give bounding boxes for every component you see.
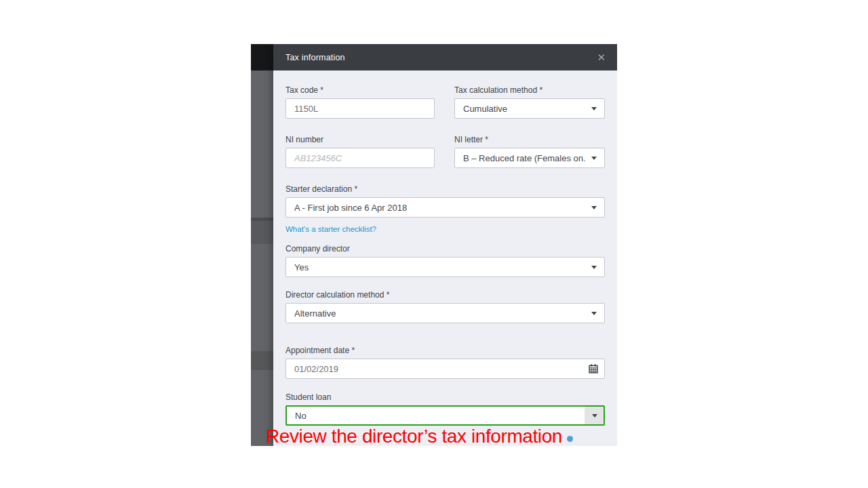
tax-information-modal: Tax information ✕ Tax code * Tax calcula… <box>273 44 617 446</box>
select-arrow-segment[interactable] <box>585 407 604 424</box>
dimmed-background-app <box>251 44 273 446</box>
ni-number-label: NI number <box>285 136 435 144</box>
chevron-down-icon <box>592 414 597 418</box>
appointment-date-input[interactable] <box>285 359 605 379</box>
ni-letter-value: B – Reduced rate (Females on... <box>463 153 585 163</box>
annotation-label: Review the director’s tax information <box>266 426 562 447</box>
chevron-down-icon <box>591 206 597 209</box>
close-icon[interactable]: ✕ <box>594 49 608 65</box>
tax-calc-method-label: Tax calculation method * <box>454 86 605 94</box>
starter-declaration-field: Starter declaration * A - First job sinc… <box>285 185 605 218</box>
tax-code-field: Tax code * <box>285 86 435 119</box>
background-table-row <box>251 221 273 244</box>
starter-declaration-select[interactable]: A - First job since 6 Apr 2018 <box>285 197 605 218</box>
slide-canvas: Tax information ✕ Tax code * Tax calcula… <box>0 0 868 488</box>
company-director-field: Company director Yes <box>285 245 605 277</box>
ni-letter-select[interactable]: B – Reduced rate (Females on... <box>454 148 605 168</box>
calendar-icon[interactable] <box>589 364 598 373</box>
tax-code-input[interactable] <box>285 98 435 119</box>
tax-calc-method-field: Tax calculation method * Cumulative <box>454 86 605 119</box>
director-calc-method-label: Director calculation method * <box>285 291 605 299</box>
annotation-text: Review the director’s tax information <box>266 426 573 447</box>
background-navbar <box>251 44 273 70</box>
modal-header: Tax information ✕ <box>273 44 617 70</box>
ni-letter-field: NI letter * B – Reduced rate (Females on… <box>454 136 605 168</box>
student-loan-field: Student loan No <box>285 393 605 426</box>
starter-declaration-label: Starter declaration * <box>285 185 605 193</box>
company-director-label: Company director <box>285 245 605 253</box>
director-calc-method-value: Alternative <box>294 308 336 319</box>
background-table-row <box>251 351 273 370</box>
chevron-down-icon <box>591 107 597 110</box>
annotation-dot <box>567 436 573 442</box>
modal-title: Tax information <box>285 53 345 62</box>
ni-number-field: NI number <box>285 136 435 168</box>
ni-letter-label: NI letter * <box>454 136 605 144</box>
chevron-down-icon <box>591 266 597 269</box>
tax-calc-method-select[interactable]: Cumulative <box>454 98 605 119</box>
modal-body: Tax code * Tax calculation method * Cumu… <box>273 70 617 446</box>
screenshot-region: Tax information ✕ Tax code * Tax calcula… <box>251 44 617 446</box>
appointment-date-label: Appointment date * <box>285 346 605 354</box>
appointment-date-field: Appointment date * <box>285 346 605 379</box>
company-director-value: Yes <box>294 262 309 272</box>
chevron-down-icon <box>591 312 597 315</box>
director-calc-method-field: Director calculation method * Alternativ… <box>285 291 605 323</box>
tax-calc-method-value: Cumulative <box>463 104 507 114</box>
ni-number-input[interactable] <box>285 148 435 168</box>
director-calc-method-select[interactable]: Alternative <box>285 303 605 323</box>
starter-checklist-link[interactable]: What’s a starter checklist? <box>285 225 376 233</box>
student-loan-select[interactable]: No <box>285 405 605 426</box>
starter-declaration-value: A - First job since 6 Apr 2018 <box>294 203 407 213</box>
student-loan-value: No <box>295 411 307 421</box>
chevron-down-icon <box>591 157 597 160</box>
student-loan-label: Student loan <box>285 393 605 401</box>
company-director-select[interactable]: Yes <box>285 257 605 277</box>
tax-code-label: Tax code * <box>285 86 435 94</box>
starter-checklist-link-wrap: What’s a starter checklist? <box>285 222 376 235</box>
